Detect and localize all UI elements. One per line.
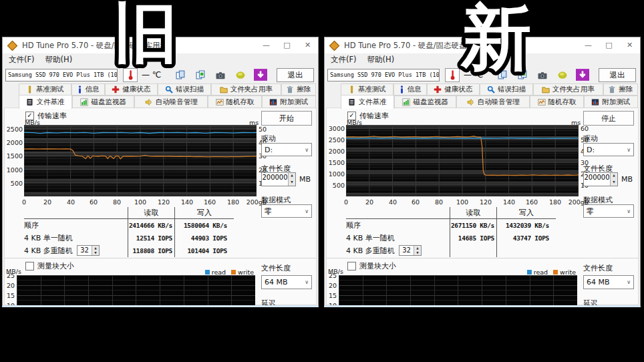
file-benchmark-icon [348,98,355,106]
read-value: 2414666 KB/s [128,219,174,232]
drive-dropdown[interactable]: Samsung SSD 970 EVO Plus 1TB (100( ∨ [327,69,440,81]
spinner-arrows-icon[interactable]: ▲▼ [610,173,617,186]
spinner-arrows-icon[interactable]: ▲▼ [414,246,421,255]
random-access-icon [538,98,546,106]
write-value: 1432039 KB/s [496,219,556,232]
x-axis-label: 120 [480,198,492,206]
error-scan-icon [487,85,495,94]
save-icon[interactable] [234,69,247,81]
block-size-chart [17,275,255,307]
tab-aam[interactable]: 自动噪音管理 [456,96,530,108]
chevron-down-icon: ∨ [627,208,631,214]
tab-file-benchmark[interactable]: 文件基准 [19,95,72,109]
tab-random-access[interactable]: 随机存取 [530,96,584,108]
chevron-down-icon: ∨ [627,279,631,285]
tab-health[interactable]: 健康状态 [105,83,158,96]
tab-erase[interactable]: 擦除 [281,83,316,96]
latency-label: 延迟 [583,299,598,307]
menu-help[interactable]: 帮助(H) [367,55,395,65]
bottom-file-length-select[interactable]: 64 MB ∨ [261,275,312,289]
read-value: 14685 IOPS [450,232,496,244]
read-legend-swatch [527,270,532,275]
menu-help[interactable]: 帮助(H) [45,55,73,65]
x-axis-label: 140 [181,198,193,206]
error-scan-icon [165,85,173,94]
drive-select[interactable]: D: ∨ [583,143,634,156]
tab-folder-usage[interactable]: 文件夹占用率 [211,83,281,96]
tab-error-scan[interactable]: 错误扫描 [158,83,211,96]
write-value: 43747 IOPS [496,232,556,244]
queue-depth-spinner[interactable]: 32 ▲▼ [399,245,422,256]
tab-info[interactable]: 信息 [393,83,427,96]
x-axis-label: 80 [435,198,443,206]
tab-label: 附加测试 [602,98,630,107]
queue-depth-spinner[interactable]: 32 ▲▼ [77,245,100,256]
spinner-arrows-icon[interactable]: ▲▼ [288,173,295,186]
tab-extra-tests[interactable]: 附加测试 [584,96,638,108]
copy-image-icon[interactable] [194,69,207,81]
tab-disk-monitor[interactable]: 磁盘监视器 [72,96,134,108]
tab-info[interactable]: 信息 [71,83,105,96]
table-row: 顺序 2414666 KB/s 1580064 KB/s [24,219,234,232]
tab-label: 擦除 [297,85,311,94]
tab-aam[interactable]: 自动噪音管理 [134,96,208,108]
spinner-arrows-icon[interactable]: ▲▼ [92,246,99,255]
window-controls: — □ ✕ [256,37,318,53]
info-icon [77,85,83,94]
info-icon [399,85,405,94]
bottom-file-length-value: 64 MB [587,278,610,287]
drive-select[interactable]: D: ∨ [261,143,312,156]
menu-file[interactable]: 文件(F) [9,55,35,65]
minimize-button[interactable]: — [256,37,277,53]
save-icon[interactable] [556,69,569,81]
file-length-spinner[interactable]: 200000 ▲▼ [583,172,618,186]
read-value [450,244,496,257]
read-legend-swatch [205,270,210,275]
start-stop-button[interactable]: 停止 [583,111,634,126]
mini-y-axis-label: 10 [326,302,337,307]
tab-erase[interactable]: 擦除 [603,83,638,96]
mini-y-axis-label: 25 [4,272,15,279]
maximize-button[interactable]: □ [599,37,619,53]
block-size-checkbox[interactable]: 测量块大小 [25,261,74,271]
tab-label: 随机存取 [226,98,255,107]
data-pattern-select[interactable]: 零 ∨ [261,204,312,218]
export-icon[interactable] [576,69,589,81]
tab-label: 自动噪音管理 [156,98,198,107]
benchmark-icon [348,85,355,94]
results-table: 读取 写入 顺序 2414666 KB/s 1580064 KB/s 4 KB … [24,207,234,257]
exit-button[interactable]: 退出 [277,68,314,82]
transfer-rate-label: 传输速率 [37,111,67,121]
minimize-button[interactable]: — [578,37,599,53]
maximize-button[interactable]: □ [277,37,297,53]
tab-benchmark[interactable]: 基准测试 [341,83,393,96]
close-button[interactable]: ✕ [619,37,640,53]
exit-button[interactable]: 退出 [599,68,636,82]
tab-label: 文件夹占用率 [552,85,595,94]
tab-label: 错误扫描 [176,85,204,94]
x-axis-label: 120 [158,198,170,206]
tab-file-benchmark[interactable]: 文件基准 [341,95,394,109]
tab-label: 自动噪音管理 [478,98,520,107]
tab-disk-monitor[interactable]: 磁盘监视器 [394,96,456,108]
tab-label: 信息 [408,85,422,94]
access-time-line [346,138,579,139]
bottom-file-length-select[interactable]: 64 MB ∨ [583,275,634,289]
screenshot-icon[interactable] [214,69,227,81]
tab-label: 磁盘监视器 [413,98,448,107]
start-stop-button[interactable]: 开始 [261,111,312,126]
tab-extra-tests[interactable]: 附加测试 [262,96,316,108]
export-icon[interactable] [254,69,267,81]
tab-random-access[interactable]: 随机存取 [208,96,262,108]
tab-label: 擦除 [619,85,633,94]
checkbox-unchecked-icon [347,262,356,270]
menu-file[interactable]: 文件(F) [331,55,357,65]
write-value [496,244,556,257]
file-length-spinner[interactable]: 200000 ▲▼ [261,172,296,186]
close-button[interactable]: ✕ [297,37,318,53]
tab-benchmark[interactable]: 基准测试 [19,83,71,96]
x-axis-label: 20 [365,198,373,206]
read-column-header: 读取 [450,207,496,218]
data-pattern-select[interactable]: 零 ∨ [583,204,634,218]
block-size-checkbox[interactable]: 测量块大小 [347,261,396,271]
